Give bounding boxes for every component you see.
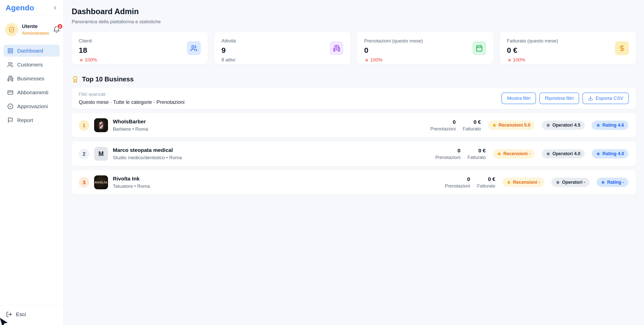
top-business-header: Top 10 Business — [72, 75, 636, 83]
check-circle-icon — [7, 103, 13, 109]
logout-label: Esci — [16, 311, 26, 317]
sidebar-menu: Dashboard Customers Businesses Abbonamen… — [0, 43, 63, 128]
shield-check-icon — [8, 26, 15, 33]
sidebar-item-label: Abbonamenti — [17, 89, 48, 96]
bookings-metric: 0 Prenotazioni — [431, 119, 456, 132]
brand-logo: Agendo — [6, 4, 34, 12]
filters-summary: Questo mese · Tutte le categorie · Preno… — [79, 99, 184, 105]
revenue-metric: 0 € Fatturato — [468, 148, 486, 160]
trend-down-icon — [79, 58, 83, 62]
stats-row: Clienti 18 100% Attività 9 8 attivi — [72, 32, 636, 64]
users-icon — [7, 62, 13, 68]
download-icon — [588, 96, 593, 101]
brand-row: Agendo — [0, 0, 63, 16]
sidebar-collapse-button[interactable] — [52, 5, 58, 11]
rank-badge: 2 — [79, 149, 89, 159]
stat-value: 18 — [79, 46, 97, 55]
reviews-badge: ★ Recensioni - — [502, 178, 544, 187]
logout-icon — [6, 311, 12, 317]
rating-badge: ★ Rating - — [597, 178, 628, 187]
trend-down-icon — [364, 58, 369, 62]
user-name: Utente — [22, 24, 49, 29]
export-csv-button[interactable]: Esporta CSV — [582, 92, 629, 104]
dashboard-grid-icon — [7, 48, 13, 54]
business-subtitle: Tatuatore • Roma — [113, 183, 150, 189]
filter-bar: Filtri avanzati Questo mese · Tutte le c… — [72, 88, 636, 109]
section-title: Top 10 Business — [82, 75, 134, 83]
sidebar-item-dashboard[interactable]: Dashboard — [4, 45, 60, 57]
business-name: WhoIsBarber — [113, 119, 148, 125]
sidebar-item-customers[interactable]: Customers — [4, 59, 60, 71]
star-icon: ★ — [546, 151, 550, 157]
flag-icon — [7, 117, 13, 123]
trend-down-icon — [507, 58, 512, 62]
logout-button[interactable]: Esci — [6, 311, 57, 317]
sidebar-item-report[interactable]: Report — [4, 114, 60, 126]
avatar — [5, 23, 18, 36]
calendar-stat-icon — [472, 41, 486, 55]
rating-badge: ★ Rating 4.6 — [592, 121, 628, 130]
page-subtitle: Panoramica della piattaforma e statistic… — [72, 19, 636, 25]
bookings-metric: 0 Prenotazioni — [435, 148, 461, 160]
stat-delta: 100% — [507, 57, 558, 63]
reviews-badge: ★ Recensioni 5.0 — [488, 121, 535, 130]
filters-label: Filtri avanzati — [79, 92, 184, 97]
star-icon: ★ — [596, 122, 600, 128]
mouse-cursor — [0, 317, 10, 325]
notifications-button[interactable]: 3 — [53, 26, 60, 33]
stat-label: Fatturato (questo mese) — [507, 38, 558, 44]
business-row[interactable]: 2 M Marco steopata medical Studio medico… — [72, 142, 636, 166]
business-logo — [94, 118, 108, 132]
dollar-stat-icon — [615, 41, 629, 55]
show-filters-button[interactable]: Mostra filtri — [501, 92, 536, 104]
users-stat-icon — [187, 41, 201, 55]
business-row[interactable]: 1 WhoIsBarber Barbiere • Roma 0 Prenotaz… — [72, 113, 636, 137]
chevron-left-icon — [52, 5, 58, 11]
operators-badge: ★ Operatori 4.5 — [542, 121, 585, 130]
building-stat-icon — [330, 41, 343, 55]
stat-value: 0 € — [507, 46, 558, 55]
sidebar-item-label: Dashboard — [17, 48, 43, 54]
business-logo: M — [94, 147, 108, 161]
sidebar-item-label: Approvazioni — [17, 103, 48, 109]
revenue-metric: 0 € Fatturato — [477, 176, 495, 189]
bookings-metric: 0 Prenotazioni — [445, 176, 470, 189]
reset-filters-button[interactable]: Ripristina filtri — [539, 92, 579, 104]
star-icon: ★ — [546, 122, 550, 128]
stat-label: Clienti — [79, 38, 97, 44]
business-name: Marco steopata medical — [113, 147, 182, 153]
main-content: Dashboard Admin Panoramica della piattaf… — [64, 0, 644, 325]
business-subtitle: Barbiere • Roma — [113, 126, 148, 132]
operators-badge: ★ Operatori - — [551, 178, 589, 187]
stat-label: Prenotazioni (questo mese) — [364, 38, 423, 44]
sidebar-item-approvazioni[interactable]: Approvazioni — [4, 100, 60, 112]
stat-value: 0 — [364, 46, 423, 55]
business-logo: RIVOLTA — [94, 175, 108, 189]
star-icon: ★ — [507, 179, 511, 185]
user-panel: Utente Amministratore 3 — [0, 16, 63, 43]
stat-card-attivita: Attività 9 8 attivi — [214, 32, 351, 64]
sidebar-item-abbonamenti[interactable]: Abbonamenti — [4, 86, 60, 98]
business-name: Rivolta Ink — [113, 176, 150, 182]
sidebar-item-businesses[interactable]: Businesses — [4, 73, 60, 84]
star-icon: ★ — [497, 151, 501, 157]
rank-badge: 1 — [79, 120, 89, 131]
star-icon: ★ — [492, 122, 497, 128]
stat-label: Attività — [222, 38, 236, 44]
business-subtitle: Studio medico/dentistico • Roma — [113, 155, 182, 160]
business-row[interactable]: 3 RIVOLTA Rivolta Ink Tatuatore • Roma 0… — [72, 170, 636, 195]
sidebar: Agendo Utente Amministratore 3 — [0, 0, 64, 325]
page-title: Dashboard Admin — [72, 7, 636, 16]
stat-value: 9 — [222, 46, 236, 55]
notification-count-badge: 3 — [57, 23, 63, 30]
stat-card-clienti: Clienti 18 100% — [72, 32, 208, 64]
credit-card-icon — [7, 89, 13, 96]
operators-badge: ★ Operatori 4.0 — [542, 149, 585, 158]
building-icon — [7, 76, 13, 82]
star-icon: ★ — [556, 179, 560, 185]
stat-card-prenotazioni: Prenotazioni (questo mese) 0 100% — [357, 32, 493, 64]
sidebar-item-label: Report — [17, 117, 33, 123]
rank-badge: 3 — [79, 177, 89, 188]
star-icon: ★ — [596, 151, 600, 157]
stat-card-fatturato: Fatturato (questo mese) 0 € 100% — [500, 32, 636, 64]
